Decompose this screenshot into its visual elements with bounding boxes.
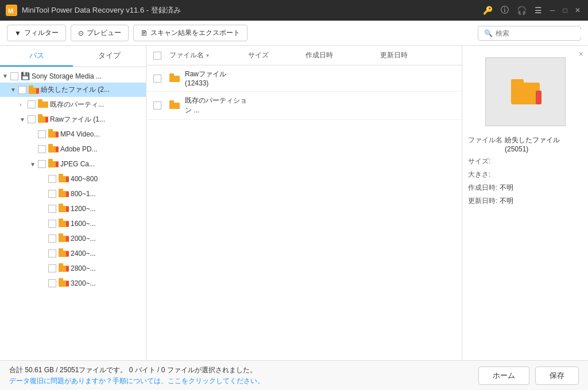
- titlebar: M MiniTool Power Data Recovery v11.6 - 登…: [0, 0, 588, 21]
- checkbox-r2800[interactable]: [48, 264, 56, 272]
- minimize-button[interactable]: ─: [548, 6, 557, 15]
- tab-type[interactable]: タイプ: [73, 46, 146, 67]
- filter-label: フィルター: [24, 28, 59, 38]
- preview-button[interactable]: ⊙ プレビュー: [71, 25, 129, 41]
- save-button[interactable]: 保存: [535, 366, 579, 385]
- folder-icon-r2800: [59, 263, 69, 274]
- tree-item-lost[interactable]: ▼ 紛失したファイル (2...: [0, 83, 146, 97]
- info-icon[interactable]: ⓘ: [498, 5, 511, 15]
- folder-icon-r800: [59, 189, 69, 199]
- file-list-panel: ファイル名 ▾ サイズ 作成日時 更新日時 Rawファイル (12433): [146, 46, 462, 360]
- svg-rect-43: [169, 76, 180, 82]
- checkbox-r400[interactable]: [48, 175, 56, 183]
- checkbox-jpeg[interactable]: [38, 160, 46, 168]
- tree-item-raw[interactable]: ▼ Rawファイル (1...: [0, 112, 146, 127]
- checkbox-existing[interactable]: [28, 100, 36, 108]
- file-list-body: Rawファイル (12433) 既存のパーティション ...: [146, 65, 462, 360]
- maximize-button[interactable]: □: [560, 6, 570, 15]
- preview-created-row: 作成日時: 不明: [468, 183, 582, 193]
- preview-folder-tab: [511, 79, 524, 84]
- expand-icon-raw: ▼: [20, 116, 28, 123]
- statusbar: 合計 50.61 GB / 25051ファイルです。 0 バイト / 0 ファイ…: [0, 360, 588, 390]
- search-input[interactable]: [496, 29, 582, 37]
- tree-label-r2400: 2400~...: [71, 249, 96, 258]
- tree-item-jpeg[interactable]: ▼ JPEG Ca...: [0, 157, 146, 171]
- checkbox-pdf[interactable]: [38, 145, 46, 153]
- sort-arrow-icon: ▾: [206, 52, 209, 58]
- checkbox-lost[interactable]: [18, 86, 26, 94]
- filter-button[interactable]: ▼ フィルター: [7, 25, 66, 41]
- header-name-label: ファイル名: [169, 50, 204, 60]
- row-checkbox-col2: [153, 102, 169, 110]
- tab-path[interactable]: パス: [0, 46, 73, 67]
- tree-label-r1600: 1600~...: [71, 220, 96, 228]
- tree-label-lost: 紛失したファイル (2...: [41, 85, 110, 95]
- svg-rect-21: [66, 177, 69, 182]
- svg-rect-3: [29, 85, 33, 88]
- folder-icon-r3200: [59, 278, 69, 288]
- tree-item-r2000[interactable]: › 2000~...: [0, 231, 146, 246]
- app-icon: M: [6, 5, 17, 16]
- preview-size-row: サイズ:: [468, 157, 582, 166]
- file-row[interactable]: Rawファイル (12433): [146, 65, 462, 92]
- menu-icon[interactable]: ☰: [532, 6, 544, 15]
- checkbox-r800[interactable]: [48, 190, 56, 198]
- header-created: 作成日時: [305, 50, 380, 60]
- statusbar-left: 合計 50.61 GB / 25051ファイルです。 0 バイト / 0 ファイ…: [9, 365, 264, 386]
- svg-rect-12: [56, 132, 59, 137]
- checkbox-r2000[interactable]: [48, 235, 56, 243]
- folder-icon-jpeg: [48, 159, 59, 169]
- checkbox-r3200[interactable]: [48, 279, 56, 287]
- key-icon[interactable]: 🔑: [481, 6, 495, 15]
- tree-item-root[interactable]: ▼ 💾 Sony Storage Media ...: [0, 69, 146, 83]
- preview-close-button[interactable]: ×: [579, 49, 583, 58]
- checkbox-r2400[interactable]: [48, 249, 56, 258]
- tree-item-r400[interactable]: › 400~800: [0, 171, 146, 186]
- svg-rect-44: [169, 73, 174, 76]
- row-checkbox-raw[interactable]: [153, 75, 161, 83]
- tree-item-r1200[interactable]: › 1200~...: [0, 201, 146, 216]
- svg-rect-33: [66, 236, 69, 241]
- svg-rect-9: [45, 117, 48, 122]
- search-icon: 🔍: [484, 29, 493, 37]
- tree-item-r800[interactable]: › 800~1...: [0, 186, 146, 201]
- close-button[interactable]: ✕: [573, 6, 582, 15]
- main-content: パス タイプ ▼ 💾 Sony Storage Media ... ▼ 紛失した…: [0, 46, 588, 360]
- row-label-raw: Rawファイル (12433): [185, 69, 248, 87]
- file-row[interactable]: 既存のパーティション ...: [146, 92, 462, 120]
- checkbox-r1200[interactable]: [48, 205, 56, 213]
- export-button[interactable]: 🖹 スキャン結果をエクスポート: [133, 25, 247, 41]
- tree-item-r2800[interactable]: › 2800~...: [0, 261, 146, 276]
- tree-item-mp4[interactable]: › MP4 Video...: [0, 127, 146, 142]
- expand-icon: ▼: [2, 73, 10, 79]
- checkbox-mp4[interactable]: [38, 130, 46, 138]
- header-checkbox[interactable]: [153, 52, 161, 60]
- header-checkbox-col: [153, 52, 169, 60]
- tree-item-existing[interactable]: › 既存のパーティ...: [0, 97, 146, 112]
- svg-rect-5: [38, 102, 48, 108]
- preview-filename-label: ファイル名: [468, 135, 502, 153]
- tree-item-r1600[interactable]: › 1600~...: [0, 216, 146, 231]
- home-button[interactable]: ホーム: [478, 366, 529, 385]
- tree-label-raw: Rawファイル (1...: [50, 115, 105, 124]
- tree-label-r800: 800~1...: [71, 190, 96, 198]
- row-name-existing: 既存のパーティション ...: [169, 96, 248, 115]
- tab-bar: パス タイプ: [0, 46, 146, 67]
- row-checkbox-existing[interactable]: [153, 102, 161, 110]
- preview-panel: × ファイル名 紛失したファイル (25051) サイズ: 大きさ:: [462, 46, 588, 360]
- checkbox-raw[interactable]: [28, 115, 36, 123]
- preview-info: ファイル名 紛失したファイル (25051) サイズ: 大きさ: 作成日時: 不…: [468, 135, 582, 209]
- statusbar-link[interactable]: データ復旧に問題がありますか？手順については、ここをクリックしてください。: [9, 376, 264, 386]
- tree-item-r3200[interactable]: › 3200~...: [0, 276, 146, 291]
- headphone-icon[interactable]: 🎧: [514, 6, 529, 15]
- checkbox-root[interactable]: [10, 72, 18, 80]
- tree-item-pdf[interactable]: › Adobe PD...: [0, 142, 146, 157]
- preview-filename-value: 紛失したファイル (25051): [505, 135, 582, 153]
- folder-icon-row-existing: [169, 100, 180, 111]
- search-box: 🔍: [478, 26, 581, 41]
- checkbox-r1600[interactable]: [48, 220, 56, 228]
- folder-icon-r1200: [59, 204, 69, 214]
- tree-item-r2400[interactable]: › 2400~...: [0, 246, 146, 261]
- svg-rect-23: [59, 189, 63, 192]
- file-list-header: ファイル名 ▾ サイズ 作成日時 更新日時: [146, 46, 462, 65]
